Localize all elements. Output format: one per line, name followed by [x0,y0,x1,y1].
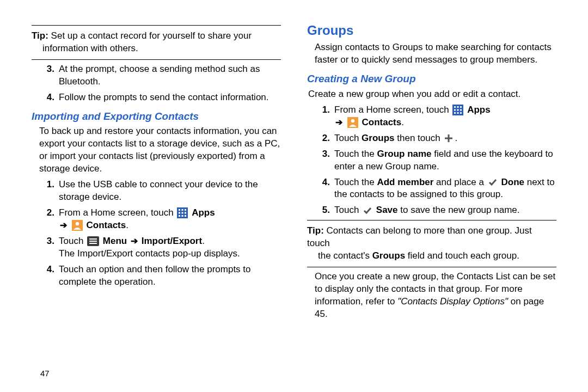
svg-rect-25 [460,112,462,114]
label-contacts: Contacts [362,117,401,127]
tip-text-cont: the contact's Groups field and touch eac… [307,250,556,262]
step-text: Touch an option and then follow the prom… [59,264,281,289]
step-number: 4. [32,264,54,289]
svg-rect-14 [89,241,97,242]
svg-rect-1 [179,209,180,211]
svg-rect-22 [460,109,462,111]
paragraph: To back up and restore your contacts inf… [32,125,281,175]
subheading-creating: Creating a New Group [307,72,556,86]
text-fragment: and place a [433,177,486,187]
step-text: Touch Menu ➔ Import/Export. The Import/E… [59,235,281,260]
arrow-icon: ➔ [130,235,139,247]
step-number: 2. [307,132,330,145]
paragraph: Create a new group when you add or edit … [307,88,556,101]
step-text: From a Home screen, touch Apps ➔ Contact… [59,207,281,232]
step-item: 4. Touch an option and then follow the p… [32,264,281,289]
step-text: Use the USB cable to connect your device… [59,179,281,204]
step-number: 3. [307,148,330,173]
svg-rect-17 [454,106,456,108]
label-groups-field: Groups [372,250,405,261]
step-list: 1. From a Home screen, touch Apps ➔ Cont… [307,104,556,217]
step-text: Follow the prompts to send the contact i… [59,91,281,104]
step-item: 4. Touch the Add member and place a Done… [307,176,556,201]
step-number: 4. [32,91,54,104]
step-item: 3. Touch the Group name field and use th… [307,148,556,173]
svg-rect-3 [185,209,186,211]
svg-rect-21 [457,109,459,111]
step-item: 2. Touch Groups then touch . [307,132,556,145]
text-fragment: field and touch each group. [405,250,519,261]
subheading-importing: Importing and Exporting Contacts [32,109,281,124]
svg-rect-13 [89,238,97,240]
svg-rect-8 [182,215,183,217]
step-number: 1. [307,104,330,129]
label-group-name: Group name [377,149,431,159]
text-fragment: then touch [395,133,443,143]
svg-rect-9 [185,215,186,217]
step-list: 1. Use the USB cable to connect your dev… [32,179,281,289]
svg-rect-18 [457,106,459,108]
tip-text: Set up a contact record for yourself to … [51,30,252,41]
heading-groups: Groups [307,22,556,39]
checkmark-icon [488,177,498,187]
text-fragment: Touch the [334,149,377,159]
step-number: 3. [32,235,54,260]
step-number: 4. [307,176,330,201]
text-fragment: . [455,133,457,143]
label-menu: Menu [103,236,127,246]
arrow-icon: ➔ [59,219,68,231]
contacts-icon [72,220,83,231]
tip-box: Tip: Set up a contact record for yoursel… [32,29,281,56]
checkmark-icon [363,206,372,216]
step-item: 2. From a Home screen, touch Apps ➔ Cont… [32,207,281,232]
step-text: From a Home screen, touch Apps ➔ Contact… [334,104,556,129]
svg-rect-6 [185,212,186,214]
apps-icon [452,105,463,115]
divider [307,220,556,220]
label-groups: Groups [362,133,394,143]
svg-rect-15 [89,243,97,244]
step-number: 5. [307,204,330,217]
step-number: 2. [32,207,54,232]
step-text: Touch Groups then touch . [334,132,556,145]
step-item: 3. Touch Menu ➔ Import/Export. The Impor… [32,235,281,260]
apps-icon [177,207,188,218]
label-apps: Apps [192,207,215,218]
svg-rect-19 [460,106,462,108]
text-fragment: . [202,236,205,246]
svg-point-27 [351,119,354,122]
step-text: Touch Save to save the new group name. [334,204,556,217]
label-contacts: Contacts [86,220,126,230]
tip-text: Contacts can belong to more than one gro… [307,225,532,248]
step-text: Touch the Add member and place a Done ne… [334,176,556,201]
paragraph: Assign contacts to Groups to make search… [307,41,556,66]
svg-rect-23 [454,112,456,114]
divider [32,25,281,26]
label-add-member: Add member [377,177,433,187]
menu-icon [87,236,99,246]
text-fragment: to save the new group name. [398,205,520,215]
left-column: Tip: Set up a contact record for yoursel… [32,22,281,381]
step-number: 1. [32,179,54,204]
step-list: 3. At the prompt, choose a sending metho… [32,63,281,104]
label-save: Save [376,205,398,215]
label-done: Done [501,177,524,187]
text-fragment: the contact's [318,250,372,261]
right-column: Groups Assign contacts to Groups to make… [307,22,556,381]
manual-page: Tip: Set up a contact record for yoursel… [0,0,588,392]
text-fragment: From a Home screen, touch [59,207,176,218]
svg-rect-5 [182,212,183,214]
text-fragment: Touch [59,236,86,246]
text-fragment: . [401,117,404,127]
step-item: 5. Touch Save to save the new group name… [307,204,556,217]
svg-rect-20 [454,109,456,111]
text-fragment: The Import/Export contacts pop-up displa… [59,248,240,259]
label-import-export: Import/Export [142,236,202,246]
divider [307,267,556,267]
divider [32,59,281,60]
step-number: 3. [32,63,54,88]
svg-rect-29 [445,138,452,139]
label-apps: Apps [467,105,491,115]
text-fragment: . [126,220,128,230]
text-fragment: From a Home screen, touch [334,105,451,115]
